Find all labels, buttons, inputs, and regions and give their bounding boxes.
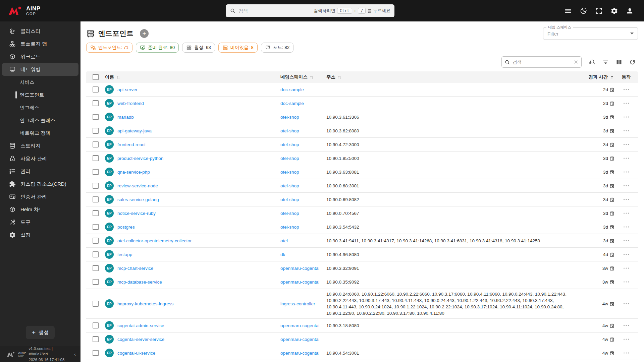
account-icon[interactable] [623,4,636,17]
table-search[interactable] [501,56,582,68]
row-checkbox[interactable] [93,128,99,134]
namespace-link[interactable]: otel-shop [280,156,299,161]
global-search-input[interactable] [238,8,311,13]
endpoint-name-link[interactable]: product-service-python [117,156,163,161]
sidebar-item-helm[interactable]: Helm 차트 [0,203,80,216]
sidebar-item-gear-outline[interactable]: 설정 [0,229,80,241]
namespace-link[interactable]: ingress-controller [280,301,315,306]
app-logo[interactable]: AINP COP [0,6,41,16]
more-options-icon[interactable] [614,322,638,329]
namespace-link[interactable]: otel-shop [280,211,299,216]
more-options-icon[interactable] [614,168,638,176]
add-endpoint-button[interactable]: + [140,29,149,38]
endpoint-name-link[interactable]: cogentai-admin-service [117,323,164,328]
namespace-link[interactable]: openmaru-cogentai [280,351,319,356]
sidebar-item-storage[interactable]: 스토리지 [0,139,80,152]
namespace-link[interactable]: doc-sample [280,101,304,106]
row-checkbox[interactable] [93,350,99,356]
more-options-icon[interactable] [614,100,638,107]
endpoint-name-link[interactable]: testapp [117,252,132,257]
filter-icon[interactable] [600,56,611,68]
column-header-4[interactable]: 경과 시간 [588,74,614,80]
column-header-1[interactable]: 이름 [105,74,280,80]
table-search-input[interactable] [513,60,571,65]
endpoint-name-link[interactable]: review-service-node [117,183,158,188]
column-header-2[interactable]: 네임스페이스 [280,74,326,80]
row-checkbox[interactable] [93,336,99,342]
chip-endpoint[interactable]: 엔드포인트: 71 [86,43,132,53]
more-options-icon[interactable] [614,300,638,307]
row-checkbox[interactable] [93,183,99,189]
namespace-link[interactable]: otel-shop [280,183,299,188]
dark-mode-icon[interactable] [577,4,590,17]
endpoint-name-link[interactable]: qna-service-php [117,170,150,175]
row-checkbox[interactable] [93,114,99,120]
namespace-link[interactable]: otel-shop [280,128,299,133]
endpoint-name-link[interactable]: web-frontend [117,101,144,106]
namespace-link[interactable]: openmaru-cogentai [280,323,319,328]
endpoint-name-link[interactable]: sales-service-golang [117,197,159,202]
refresh-icon[interactable] [627,56,638,68]
hamburger-menu-icon[interactable] [561,4,574,17]
chip-active[interactable]: 활성: 63 [182,43,215,53]
row-checkbox[interactable] [93,141,99,147]
endpoint-name-link[interactable]: mariadb [117,115,134,120]
sidebar-item-checklist[interactable]: 관리 [0,165,80,178]
row-checkbox[interactable] [93,265,99,271]
sidebar-item-workload[interactable]: 워크로드 [0,50,80,63]
sidebar-item-tools[interactable]: 도구 [0,216,80,229]
more-options-icon[interactable] [614,278,638,286]
endpoint-name-link[interactable]: mcp-chart-service [117,266,153,271]
sidebar-collapse-icon[interactable]: ‹ [73,350,77,358]
sidebar-item-cluster[interactable]: 클러스터 [0,25,80,38]
sidebar-item-인그레스[interactable]: 인그레스 [0,101,80,114]
sidebar-item-서비스[interactable]: 서비스 [0,76,80,88]
sidebar-item-엔드포인트[interactable]: 엔드포인트 [0,88,80,101]
endpoint-name-link[interactable]: otel-collector-opentelemetry-collector [117,238,192,243]
endpoint-name-link[interactable]: api-gateway-java [117,128,152,133]
endpoint-name-link[interactable]: notice-service-ruby [117,211,156,216]
namespace-link[interactable]: doc-sample [280,87,304,92]
row-checkbox[interactable] [93,279,99,285]
namespace-link[interactable]: otel-shop [280,225,299,230]
sidebar-item-certificate[interactable]: 인증서 관리 [0,190,80,203]
global-search[interactable]: 검색하려면 Ctrl + / 를 누르세요 [226,4,394,17]
namespace-link[interactable]: otel-shop [280,142,299,147]
chip-port[interactable]: 포트: 82 [261,43,294,53]
row-checkbox[interactable] [93,322,99,328]
more-options-icon[interactable] [614,196,638,203]
sidebar-item-networking[interactable]: 네트워킹 [2,63,78,76]
select-all-checkbox[interactable] [93,74,99,80]
endpoint-name-link[interactable]: postgres [117,225,135,230]
namespace-link[interactable]: openmaru-cogentai [280,337,319,342]
row-checkbox[interactable] [93,196,99,202]
endpoint-name-link[interactable]: api-server [117,87,138,92]
chip-ready[interactable]: 준비 완료: 80 [136,43,179,53]
row-checkbox[interactable] [93,155,99,161]
namespace-link[interactable]: openmaru-cogentai [280,266,319,271]
endpoint-name-link[interactable]: frontend-react [117,142,146,147]
namespace-link[interactable]: otel [280,238,288,243]
clear-search-icon[interactable] [573,59,579,65]
more-options-icon[interactable] [614,336,638,343]
more-options-icon[interactable] [614,155,638,162]
row-checkbox[interactable] [93,169,99,175]
endpoint-name-link[interactable]: cogentai-server-service [117,337,164,342]
namespace-link[interactable]: openmaru-cogentai [280,280,319,285]
settings-icon[interactable] [608,4,621,17]
more-options-icon[interactable] [614,209,638,217]
row-checkbox[interactable] [93,251,99,257]
more-options-icon[interactable] [614,113,638,121]
fullscreen-icon[interactable] [592,4,605,17]
sidebar-item-lock[interactable]: 사용자 관리 [0,152,80,165]
column-header-3[interactable]: 주소 [326,74,588,80]
endpoint-name-link[interactable]: cogentai-ui-service [117,351,155,356]
chip-empty[interactable]: 비어있음: 8 [218,43,258,53]
more-options-icon[interactable] [614,251,638,258]
sidebar-item-네트워크-정책[interactable]: 네트워크 정책 [0,127,80,139]
endpoint-name-link[interactable]: mcp-database-service [117,280,162,285]
more-options-icon[interactable] [614,349,638,357]
row-checkbox[interactable] [93,210,99,216]
sidebar-item-puzzle[interactable]: 커스텀 리소스(CRD) [0,178,80,190]
namespace-filter-select[interactable]: 네임 스페이스 Filter [543,27,638,40]
